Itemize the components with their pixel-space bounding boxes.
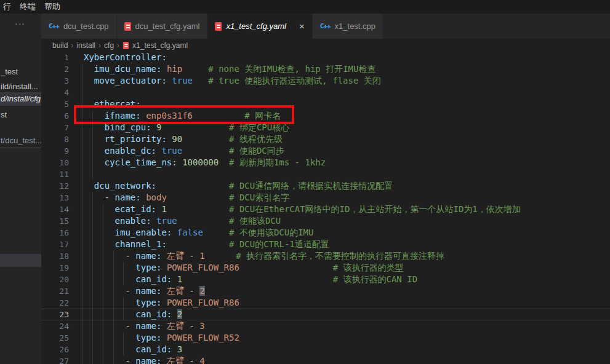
- line-number: 16: [41, 227, 69, 239]
- code-text: dcu_network: # DCU通信网络，请根据实机连接情况配置: [84, 180, 393, 192]
- line-number: 15: [41, 215, 69, 227]
- indent-guide: [82, 285, 82, 297]
- code-line-3[interactable]: 3 move_actuator: true # true 使能执行器运动测试, …: [41, 75, 610, 87]
- tab-close-icon[interactable]: ×: [299, 22, 305, 31]
- code-line-4[interactable]: 4: [41, 87, 610, 98]
- indent-guide: [82, 297, 82, 309]
- indent-guide: [82, 355, 82, 364]
- breadcrumb-segment[interactable]: build: [52, 41, 68, 50]
- menu-bar: 行终端帮助: [0, 0, 610, 14]
- code-line-16[interactable]: 16 imu_enable: false # 不使用该DCU的IMU: [41, 227, 610, 239]
- sidebar-item[interactable]: d/install/cfg: [0, 92, 41, 106]
- line-number: 26: [41, 344, 69, 355]
- breadcrumb-segment[interactable]: cfg: [104, 41, 114, 50]
- code-line-18[interactable]: 18 - name: 左臂 - 1 # 执行器索引名字，不需要控制的执行器可直接…: [41, 250, 610, 262]
- line-number: 23: [41, 309, 69, 320]
- code-text: - name: 左臂 - 3: [84, 320, 205, 332]
- code-line-15[interactable]: 15 enable: true # 使能该DCU: [41, 215, 610, 227]
- code-line-5[interactable]: 5 ethercat:: [41, 98, 610, 110]
- code-line-21[interactable]: 21 - name: 左臂 - 2: [41, 285, 610, 297]
- yaml-file-icon: [124, 22, 131, 31]
- code-line-23[interactable]: 23 can_id: 2: [41, 309, 610, 320]
- code-line-20[interactable]: 20 can_id: 1 # 该执行器的CAN ID: [41, 274, 610, 285]
- code-line-6[interactable]: 6 ifname: enp0s31f6 # 网卡名: [41, 110, 610, 122]
- code-line-7[interactable]: 7 bind_cpu: 9 # 绑定CPU核心: [41, 122, 610, 133]
- breadcrumb-segment[interactable]: install: [76, 41, 95, 50]
- more-actions-button[interactable]: ···: [15, 18, 25, 28]
- indent-guide: [82, 133, 82, 145]
- line-number: 24: [41, 320, 69, 332]
- code-text: bind_cpu: 9 # 绑定CPU核心: [84, 122, 289, 133]
- menu-item[interactable]: 帮助: [42, 1, 66, 12]
- line-number: 10: [41, 157, 69, 168]
- code-line-14[interactable]: 14 ecat_id: 1 # DCU在EtherCAT网络中的ID，从主站开始…: [41, 204, 610, 215]
- menu-item[interactable]: 终端: [18, 1, 41, 12]
- code-line-12[interactable]: 12 dcu_network: # DCU通信网络，请根据实机连接情况配置: [41, 180, 610, 192]
- sidebar-item[interactable]: st: [0, 108, 41, 122]
- line-number: 18: [41, 250, 69, 262]
- tab-bar: C++dcu_test.cppdcu_test_cfg.yamlx1_test_…: [41, 14, 610, 39]
- code-line-13[interactable]: 13 - name: body # DCU索引名字: [41, 192, 610, 204]
- code-editor[interactable]: 1XyberController:2 imu_dcu_name: hip # n…: [41, 52, 610, 364]
- line-number: 20: [41, 274, 69, 285]
- indent-guide: [82, 110, 82, 122]
- code-line-25[interactable]: 25 type: POWER_FLOW_R52: [41, 332, 610, 344]
- line-number: 17: [41, 239, 69, 250]
- code-text: move_actuator: true # true 使能执行器运动测试, fl…: [84, 75, 381, 87]
- indent-guide: [82, 157, 82, 168]
- vscode-window: 行终端帮助 ··· _testild/install...d/install/c…: [0, 0, 610, 364]
- line-number: 3: [41, 75, 69, 87]
- indent-guide: [82, 320, 82, 332]
- line-number: 22: [41, 297, 69, 309]
- line-number: 8: [41, 133, 69, 145]
- code-text: type: POWER_FLOW_R52: [84, 332, 239, 344]
- tab-x1_test.cpp[interactable]: C++x1_test.cpp: [313, 14, 383, 39]
- code-text: type: POWER_FLOW_R86 # 该执行器的类型: [84, 262, 403, 274]
- line-number: 19: [41, 262, 69, 274]
- sidebar-selected-row-empty[interactable]: [0, 254, 41, 267]
- code-line-17[interactable]: 17 channel_1: # DCU的CTRL-1通道配置: [41, 239, 610, 250]
- line-number: 9: [41, 145, 69, 157]
- tab-dcu_test_cfg.yaml[interactable]: dcu_test_cfg.yaml: [117, 14, 207, 39]
- code-line-27[interactable]: 27 - name: 左臂 - 4: [41, 355, 610, 364]
- line-number: 27: [41, 355, 69, 364]
- code-text: can_id: 1 # 该执行器的CAN ID: [84, 274, 417, 285]
- breadcrumb-file[interactable]: x1_test_cfg.yaml: [132, 41, 188, 50]
- code-text: - name: body # DCU索引名字: [84, 192, 289, 204]
- code-text: XyberController:: [84, 52, 167, 63]
- code-line-1[interactable]: 1XyberController:: [41, 52, 610, 63]
- code-text: channel_1: # DCU的CTRL-1通道配置: [84, 239, 329, 250]
- code-line-2[interactable]: 2 imu_dcu_name: hip # none 关闭IMU检查, hip …: [41, 63, 610, 75]
- yaml-file-icon: [215, 22, 222, 31]
- code-line-8[interactable]: 8 rt_priority: 90 # 线程优先级: [41, 133, 610, 145]
- tab-label: x1_test.cpp: [335, 22, 376, 31]
- sidebar-item[interactable]: _test: [0, 65, 41, 79]
- indent-guide: [82, 98, 82, 110]
- code-line-26[interactable]: 26 can_id: 3: [41, 344, 610, 355]
- code-text: ecat_id: 1 # DCU在EtherCAT网络中的ID，从主站开始，第一…: [84, 204, 521, 215]
- line-number: 12: [41, 180, 69, 192]
- indent-guide: [82, 180, 82, 192]
- code-text: - name: 左臂 - 4: [84, 355, 205, 364]
- tab-dcu_test.cpp[interactable]: C++dcu_test.cpp: [41, 14, 116, 39]
- tab-label: dcu_test.cpp: [63, 22, 109, 31]
- breadcrumb: build›install›cfg›x1_test_cfg.yaml: [41, 39, 610, 52]
- code-line-22[interactable]: 22 type: POWER_FLOW_R86: [41, 297, 610, 309]
- indent-guide: [92, 168, 93, 180]
- line-number: 2: [41, 63, 69, 75]
- sidebar-item[interactable]: ild/install...: [0, 80, 41, 93]
- line-number: 13: [41, 192, 69, 204]
- code-line-9[interactable]: 9 enable_dc: true # 使能DC同步: [41, 145, 610, 157]
- code-text: type: POWER_FLOW_R86: [84, 297, 239, 309]
- code-text: rt_priority: 90 # 线程优先级: [84, 133, 283, 145]
- code-line-10[interactable]: 10 cycle_time_ns: 1000000 # 刷新周期1ms - 1k…: [41, 157, 610, 168]
- code-line-19[interactable]: 19 type: POWER_FLOW_R86 # 该执行器的类型: [41, 262, 610, 274]
- breadcrumb-separator-icon: ›: [117, 41, 119, 50]
- code-line-24[interactable]: 24 - name: 左臂 - 3: [41, 320, 610, 332]
- tab-x1_test_cfg.yaml[interactable]: x1_test_cfg.yaml×: [207, 14, 311, 39]
- code-line-11[interactable]: 11: [41, 168, 610, 180]
- line-number: 25: [41, 332, 69, 344]
- yaml-file-icon: [123, 42, 129, 49]
- sidebar-item[interactable]: t/dcu_test...: [0, 134, 41, 148]
- menu-item[interactable]: 行: [1, 1, 17, 12]
